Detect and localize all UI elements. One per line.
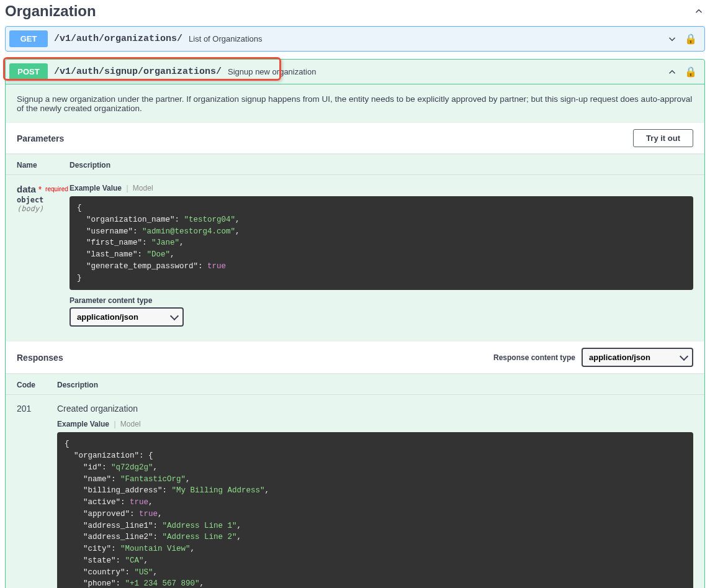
- response-row: 201 Created organization Example Value |…: [6, 395, 704, 588]
- endpoint-summary: List of Organizations: [189, 34, 263, 43]
- response-table-header: Code Description: [6, 373, 704, 395]
- collapse-section-icon[interactable]: [693, 5, 705, 17]
- method-badge-post: POST: [9, 63, 48, 80]
- endpoint-summary: Signup new organization: [228, 67, 316, 76]
- param-row: data * required object (body) Example Va…: [6, 175, 704, 341]
- response-code: 201: [17, 404, 57, 414]
- responses-heading: Responses: [17, 353, 63, 363]
- endpoint-path: /v1/auth/signup/organizations/: [54, 66, 222, 77]
- try-it-out-button[interactable]: Try it out: [633, 129, 693, 147]
- operation-description: Signup a new organization under the part…: [6, 84, 704, 123]
- param-description-cell: Example Value | Model { "organization_na…: [70, 184, 693, 327]
- param-table-header: Name Description: [6, 153, 704, 175]
- param-name: data: [17, 184, 36, 194]
- operation-get-organizations: GET /v1/auth/organizations/ List of Orga…: [5, 26, 705, 52]
- required-label: required: [44, 186, 68, 192]
- operation-summary[interactable]: GET /v1/auth/organizations/ List of Orga…: [6, 27, 704, 51]
- col-header-code: Code: [17, 381, 57, 389]
- response-description-cell: Created organization Example Value | Mod…: [57, 404, 693, 588]
- response-example-code: { "organization": { "id": "q72dg2g", "na…: [57, 432, 693, 588]
- col-header-name: Name: [17, 161, 70, 170]
- tab-example-value[interactable]: Example Value: [70, 184, 122, 192]
- tab-example-value[interactable]: Example Value: [57, 420, 109, 428]
- parameters-bar: Parameters Try it out: [6, 123, 704, 153]
- endpoint-path: /v1/auth/organizations/: [54, 34, 182, 44]
- request-example-code[interactable]: { "organization_name": "testorg04", "use…: [70, 196, 693, 290]
- param-content-type-select[interactable]: application/json: [70, 307, 184, 327]
- section-header[interactable]: Organization: [5, 0, 705, 26]
- expand-icon[interactable]: [666, 33, 678, 45]
- param-type: object: [17, 196, 70, 204]
- example-model-tabs: Example Value | Model: [57, 420, 693, 428]
- method-badge-get: GET: [9, 30, 48, 47]
- example-model-tabs: Example Value | Model: [70, 184, 693, 192]
- collapse-icon[interactable]: [666, 66, 678, 78]
- required-star: *: [38, 184, 42, 194]
- lock-icon[interactable]: 🔒: [685, 33, 697, 45]
- param-content-type-label: Parameter content type: [70, 296, 693, 305]
- response-content-type-select[interactable]: application/json: [582, 348, 693, 367]
- col-header-description: Description: [70, 161, 693, 170]
- section-title: Organization: [5, 2, 96, 20]
- tab-model[interactable]: Model: [133, 184, 153, 192]
- parameters-heading: Parameters: [17, 133, 64, 143]
- lock-icon[interactable]: 🔒: [685, 66, 697, 78]
- operation-summary[interactable]: POST /v1/auth/signup/organizations/ Sign…: [6, 60, 704, 84]
- tab-model[interactable]: Model: [120, 420, 141, 428]
- param-in: (body): [17, 204, 70, 213]
- col-header-resp-description: Description: [57, 381, 693, 389]
- param-meta: data * required object (body): [17, 184, 70, 213]
- operation-body: Signup a new organization under the part…: [6, 84, 704, 588]
- response-title: Created organization: [57, 404, 693, 414]
- response-content-type-label: Response content type: [493, 353, 575, 362]
- responses-bar: Responses Response content type applicat…: [6, 341, 704, 373]
- operation-post-signup-organizations: POST /v1/auth/signup/organizations/ Sign…: [5, 59, 705, 588]
